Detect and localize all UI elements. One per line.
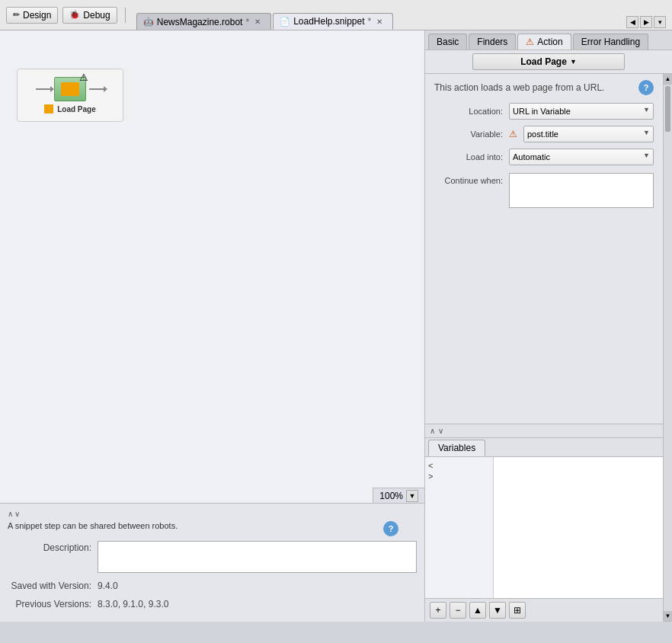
node-input-arrow: [36, 88, 51, 90]
scroll-up-arrow[interactable]: ▲: [664, 74, 672, 85]
node-box-inner: [61, 82, 79, 96]
bottom-info-panel: ∧ ∨ A snippet step can be shared between…: [0, 503, 424, 622]
saved-version-label: Saved with Version:: [8, 579, 91, 591]
load-into-select[interactable]: Automatic: [509, 149, 654, 165]
node-output-arrow: [89, 88, 104, 90]
description-input[interactable]: [98, 541, 417, 573]
description-row: Description:: [8, 541, 417, 573]
location-label: Location:: [434, 107, 503, 116]
add-variable-button[interactable]: +: [430, 602, 446, 619]
variable-warning-icon: ⚠: [509, 129, 517, 139]
debug-label: Debug: [83, 10, 110, 21]
action-warning-icon: ⚠: [526, 37, 534, 47]
variable-select[interactable]: post.title: [523, 126, 654, 142]
tab-list-button[interactable]: ▾: [654, 16, 666, 28]
node-label: Load Page: [57, 105, 96, 114]
tab-next-button[interactable]: ▶: [640, 16, 652, 28]
right-panel: Basic Finders ⚠ Action Error Handling Lo…: [425, 30, 672, 622]
scroll-down-arrow[interactable]: ▼: [664, 611, 672, 622]
main-toolbar: ✏ Design 🐞 Debug 🤖 NewsMagazine.robot * …: [0, 0, 672, 30]
tab-newsmagazine[interactable]: 🤖 NewsMagazine.robot * ✕: [136, 13, 271, 30]
node-inner: ⚠ Load Page: [36, 77, 104, 114]
tab-variables-label: Variables: [438, 443, 475, 453]
saved-version-value: 9.4.0: [98, 579, 118, 591]
continue-when-row: Continue when:: [434, 173, 654, 208]
debug-button[interactable]: 🐞 Debug: [62, 7, 117, 24]
variables-panel: ∧ ∨ Variables < >: [425, 424, 663, 622]
collapse-down-icon[interactable]: ∨: [14, 510, 20, 518]
saved-version-row: Saved with Version: 9.4.0: [8, 579, 417, 591]
main-content: ⚠ Load Page 100% ▼ ∧ ∨: [0, 30, 672, 622]
variables-body: < >: [425, 457, 663, 598]
description-label: Description:: [8, 541, 91, 553]
canvas-area: ⚠ Load Page 100% ▼: [0, 30, 424, 503]
tab-newsmagazine-modified: *: [245, 17, 249, 27]
tab-robot-icon: 🤖: [143, 17, 154, 27]
debug-icon: 🐞: [69, 10, 80, 20]
expand-arrows: ∧ ∨: [8, 510, 417, 518]
location-select[interactable]: URL in Variable: [509, 103, 654, 120]
node-warning-icon: ⚠: [79, 72, 91, 84]
collapse-up-icon[interactable]: ∧: [8, 510, 13, 518]
tab-loadhelp[interactable]: 📄 LoadHelp.snippet * ✕: [273, 13, 393, 30]
load-into-label: Load into:: [434, 152, 503, 162]
previous-versions-row: Previous Versions: 8.3.0, 9.1.0, 9.3.0: [8, 597, 417, 609]
design-icon: ✏: [13, 10, 20, 20]
tab-loadhelp-close[interactable]: ✕: [374, 16, 385, 27]
design-button[interactable]: ✏ Design: [6, 7, 58, 24]
scrollbar-thumb[interactable]: [665, 86, 670, 132]
help-button[interactable]: ?: [383, 521, 398, 536]
tab-basic-label: Basic: [437, 37, 459, 47]
expand-down-icon[interactable]: ∨: [438, 427, 443, 435]
node-action-icon: [44, 104, 53, 114]
variable-row: Variable: ⚠ post.title: [434, 126, 654, 142]
tab-variables[interactable]: Variables: [428, 440, 485, 456]
tab-newsmagazine-label: NewsMagazine.robot: [157, 17, 243, 27]
tab-newsmagazine-close[interactable]: ✕: [252, 17, 263, 27]
zoom-bar: 100% ▼: [373, 488, 424, 503]
tab-snippet-icon: 📄: [280, 17, 290, 27]
expand-up-icon[interactable]: ∧: [430, 427, 435, 435]
action-main: This action loads a web page from a URL.…: [425, 74, 663, 622]
action-dropdown-icon: ▼: [570, 58, 577, 66]
load-page-node[interactable]: ⚠ Load Page: [17, 69, 123, 122]
action-description-text: This action loads a web page from a URL.: [434, 82, 604, 93]
remove-variable-button[interactable]: −: [450, 602, 466, 619]
scrollbar-track: [664, 85, 672, 611]
action-help-button[interactable]: ?: [638, 80, 654, 95]
variable-select-wrapper: post.title: [523, 126, 654, 142]
tab-action[interactable]: ⚠ Action: [517, 34, 571, 50]
move-down-variable-button[interactable]: ▼: [489, 602, 506, 619]
tab-action-label: Action: [537, 37, 562, 47]
tab-prev-button[interactable]: ◀: [626, 16, 638, 28]
tab-basic[interactable]: Basic: [428, 34, 467, 50]
tab-error-handling[interactable]: Error Handling: [573, 34, 648, 50]
variables-footer: + − ▲ ▼ ⊞: [425, 598, 663, 622]
zoom-value: 100%: [379, 491, 403, 501]
left-panel: ⚠ Load Page 100% ▼ ∧ ∨: [0, 30, 425, 622]
load-into-row: Load into: Automatic: [434, 149, 654, 165]
action-description-row: This action loads a web page from a URL.…: [434, 80, 654, 95]
continue-when-input[interactable]: [509, 173, 654, 208]
action-title-button[interactable]: Load Page ▼: [472, 53, 625, 70]
location-row: Location: URL in Variable: [434, 103, 654, 120]
tree-item-right[interactable]: >: [428, 471, 490, 481]
toolbar-separator: [125, 8, 126, 23]
tab-error-handling-label: Error Handling: [581, 37, 640, 47]
grid-variable-button[interactable]: ⊞: [509, 602, 526, 619]
tab-loadhelp-modified: *: [368, 16, 372, 27]
continue-when-label: Continue when:: [434, 173, 503, 185]
tab-finders[interactable]: Finders: [469, 34, 516, 50]
move-up-variable-button[interactable]: ▲: [469, 602, 486, 619]
right-scrollbar[interactable]: ▲ ▼: [663, 74, 672, 622]
variable-label: Variable:: [434, 130, 503, 139]
zoom-dropdown-button[interactable]: ▼: [406, 490, 418, 502]
location-select-wrapper: URL in Variable: [509, 103, 654, 120]
variables-tabs: Variables: [425, 438, 663, 457]
action-content-wrapper: This action loads a web page from a URL.…: [425, 74, 672, 622]
design-label: Design: [23, 10, 51, 21]
tree-item-left[interactable]: <: [428, 460, 490, 471]
variables-tree: < >: [425, 457, 494, 598]
action-title-label: Load Page: [520, 56, 567, 67]
action-scroll-area[interactable]: This action loads a web page from a URL.…: [425, 74, 663, 424]
